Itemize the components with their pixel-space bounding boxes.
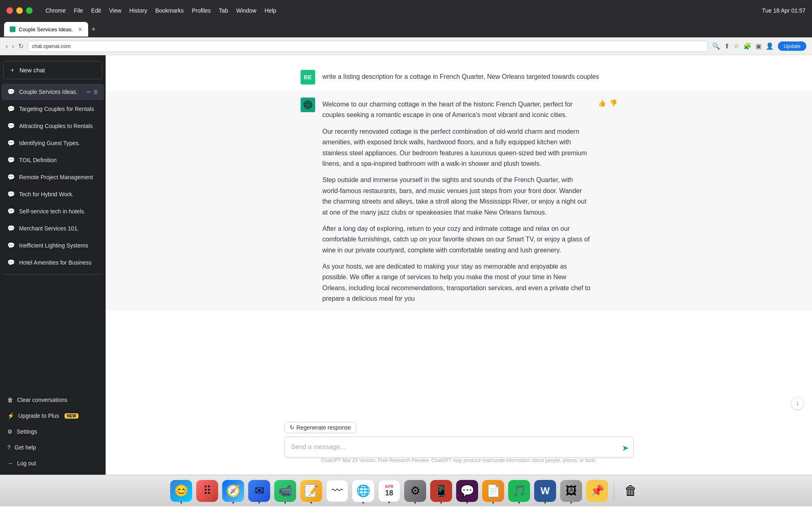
dock-slack[interactable]: 💬 — [456, 480, 478, 502]
facetime-icon: 📹 — [278, 484, 292, 497]
new-badge: NEW — [65, 413, 78, 419]
titlebar-right: Tue 18 Apr 01:57 — [762, 7, 806, 14]
dock-trash[interactable]: 🗑 — [620, 480, 642, 502]
dock-system-prefs[interactable]: ⚙ — [404, 480, 426, 502]
calendar-day: 18 — [385, 489, 393, 497]
user-avatar: BE — [301, 70, 315, 85]
sidebar-item-identifying-guest[interactable]: 💬 Identifying Guest Types. — [2, 135, 104, 151]
dock-freeform[interactable]: 〰 — [326, 480, 348, 502]
reload-button[interactable]: ↻ — [18, 42, 24, 50]
maximize-button[interactable] — [26, 7, 32, 14]
regenerate-button[interactable]: ↻ Regenerate response — [284, 422, 357, 433]
menu-profiles[interactable]: Profiles — [192, 7, 211, 14]
close-button[interactable] — [6, 7, 13, 14]
slack-icon: 💬 — [460, 484, 474, 497]
forward-button[interactable]: › — [12, 43, 14, 50]
profile-icon[interactable]: 👤 — [766, 42, 774, 50]
back-button[interactable]: ‹ — [6, 43, 8, 50]
menu-view[interactable]: View — [109, 7, 121, 14]
chat-input[interactable] — [284, 436, 634, 458]
menu-chrome[interactable]: Chrome — [45, 7, 66, 14]
system-prefs-icon: ⚙ — [410, 484, 420, 497]
menu-file[interactable]: File — [74, 7, 83, 14]
sidebar-item-remote-project[interactable]: 💬 Remote Project Management — [2, 169, 104, 185]
clear-conversations-button[interactable]: 🗑 Clear conversations — [2, 392, 104, 408]
menu-window[interactable]: Window — [236, 7, 256, 14]
slack-dot — [466, 502, 468, 504]
send-button[interactable]: ➤ — [622, 443, 629, 453]
dock-calendar[interactable]: APR 18 — [378, 480, 400, 502]
dock-pockity[interactable]: 📱 — [430, 480, 452, 502]
tab-close-button[interactable]: ✕ — [78, 26, 82, 33]
share-icon[interactable]: ⬆ — [724, 42, 730, 50]
bookmark-icon[interactable]: ☆ — [734, 42, 739, 50]
sidebar-item-hotel-amenities[interactable]: 💬 Hotel Amenities for Business — [2, 254, 104, 271]
message-inner: Welcome to our charming cottage in the h… — [284, 98, 634, 304]
new-chat-button[interactable]: ＋ New chat — [3, 61, 102, 79]
sidebar-item-tech-hybrid[interactable]: 💬 Tech for Hybrid Work. — [2, 186, 104, 202]
nav-bar: ‹ › ↻ chat.openai.com 🔍 ⬆ ☆ 🧩 ▣ 👤 Update — [0, 37, 812, 55]
mail-dot — [258, 502, 260, 504]
dock-mail[interactable]: ✉ — [248, 480, 270, 502]
sidebar-item-toil[interactable]: 💬 TOIL Definition — [2, 152, 104, 168]
dock-launchpad[interactable]: ⠿ — [196, 480, 218, 502]
main-container: ＋ New chat 💬 Couple Services Ideas. ✏ 🗑 … — [0, 55, 812, 475]
traffic-lights[interactable] — [6, 7, 32, 14]
sidebar-item-attracting-couples[interactable]: 💬 Attracting Couples to Rentals — [2, 118, 104, 134]
extensions-icon[interactable]: 🧩 — [743, 42, 751, 50]
update-button[interactable]: Update — [778, 41, 806, 51]
spotify-icon: 🎵 — [512, 484, 526, 497]
dock-preview[interactable]: 🖼 — [560, 480, 582, 502]
sidebar-item-merchant[interactable]: 💬 Merchant Services 101. — [2, 220, 104, 237]
menu-history[interactable]: History — [130, 7, 147, 14]
menu-help[interactable]: Help — [264, 7, 276, 14]
new-tab-button[interactable]: + — [91, 25, 96, 34]
menu-tab[interactable]: Tab — [219, 7, 228, 14]
sidebar-item-label: TOIL Definition — [19, 157, 98, 163]
sidebar-divider — [3, 274, 102, 275]
help-label: Get help — [15, 444, 36, 451]
menu-edit[interactable]: Edit — [91, 7, 101, 14]
dock-chrome[interactable]: 🌐 — [352, 480, 374, 502]
mac-menu: Chrome File Edit View History Bookmarks … — [45, 7, 276, 14]
dock-spotify[interactable]: 🎵 — [508, 480, 530, 502]
menu-bookmarks[interactable]: Bookmarks — [155, 7, 184, 14]
dock-word[interactable]: W — [534, 480, 556, 502]
dock-finder[interactable]: 😊 — [170, 480, 192, 502]
word-dot — [544, 502, 546, 504]
active-tab[interactable]: Couple Services Ideas. ✕ — [4, 22, 88, 37]
sidebar-icon[interactable]: ▣ — [756, 42, 762, 50]
scroll-down-button[interactable]: ↓ — [791, 397, 804, 410]
sidebar-item-label: Merchant Services 101. — [19, 225, 98, 232]
user-message-text: write a listing description for a cottag… — [323, 72, 617, 82]
address-bar[interactable]: chat.openai.com — [28, 41, 708, 52]
settings-button[interactable]: ⚙ Settings — [2, 424, 104, 439]
pages-icon: 📄 — [486, 484, 500, 497]
thumbs-up-button[interactable]: 👍 — [598, 99, 606, 107]
help-button[interactable]: ? Get help — [2, 440, 104, 455]
logout-button[interactable]: → Log out — [2, 456, 104, 471]
sidebar-item-self-service-tech[interactable]: 💬 Self-service tech in hotels. — [2, 203, 104, 219]
user-initials: BE — [304, 74, 312, 80]
sidebar-item-targeting-couples[interactable]: 💬 Targeting Couples for Rentals — [2, 101, 104, 117]
help-icon: ? — [7, 444, 11, 451]
new-chat-label: New chat — [19, 67, 45, 74]
dock-stickies[interactable]: 📌 — [586, 480, 608, 502]
dock-notes[interactable]: 📝 — [300, 480, 322, 502]
search-icon[interactable]: 🔍 — [712, 42, 720, 50]
trash-icon: 🗑 — [624, 483, 637, 498]
minimize-button[interactable] — [16, 7, 23, 14]
sidebar-item-couple-services[interactable]: 💬 Couple Services Ideas. ✏ 🗑 — [2, 84, 104, 100]
regen-icon: ↻ — [290, 424, 294, 431]
plus-icon: ＋ — [9, 66, 15, 74]
spotify-dot — [518, 502, 520, 504]
upgrade-button[interactable]: ⚡ Upgrade to Plus NEW — [2, 408, 104, 423]
dock-safari[interactable]: 🧭 — [222, 480, 244, 502]
sidebar-item-lighting[interactable]: 💬 Inefficient Lighting Systems — [2, 237, 104, 254]
dock-pages[interactable]: 📄 — [482, 480, 504, 502]
regenerate-row: ↻ Regenerate response — [284, 422, 634, 433]
thumbs-down-button[interactable]: 👎 — [609, 99, 617, 107]
logout-icon: → — [7, 460, 13, 467]
chat-icon: 💬 — [7, 88, 15, 96]
dock-facetime[interactable]: 📹 — [274, 480, 296, 502]
